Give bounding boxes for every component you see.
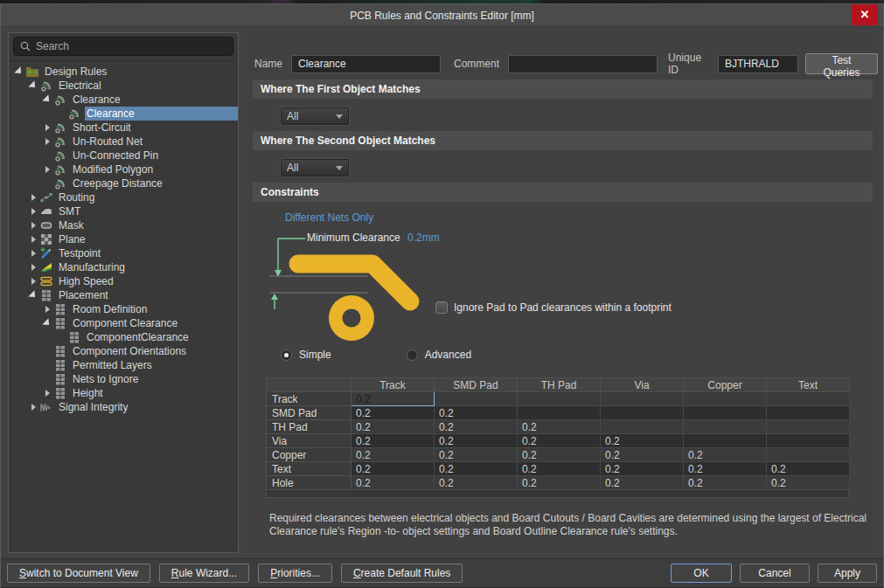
tree-item-electrical[interactable]: Electrical — [9, 79, 238, 93]
matrix-cell[interactable]: 0.2 — [767, 476, 850, 490]
matrix-cell[interactable]: 0.2 — [352, 476, 435, 490]
comment-field[interactable] — [508, 55, 658, 73]
apply-button[interactable]: Apply — [818, 564, 877, 583]
matrix-cell[interactable] — [684, 392, 767, 406]
matrix-cell[interactable]: 0.2 — [435, 420, 518, 434]
matrix-cell[interactable] — [435, 392, 518, 406]
matrix-cell[interactable] — [767, 406, 850, 420]
tree-item-nets-to-ignore[interactable]: Nets to Ignore — [9, 372, 238, 386]
name-field[interactable] — [291, 55, 441, 73]
matrix-cell[interactable]: 0.2 — [518, 462, 601, 476]
tree-item-smt[interactable]: SMT — [9, 204, 238, 218]
tree-item-component-orientations[interactable]: Component Orientations — [9, 344, 238, 358]
matrix-cell[interactable]: 0.2 — [352, 406, 435, 420]
matrix-cell[interactable]: 0.2 — [435, 434, 518, 448]
matrix-cell[interactable]: 0.2 — [601, 434, 684, 448]
expand-arrow[interactable] — [28, 404, 38, 411]
tree-item-clearance[interactable]: Clearance — [9, 93, 238, 107]
tree-item-creepage-distance[interactable]: Creepage Distance — [9, 176, 238, 190]
expand-arrow[interactable] — [28, 291, 38, 300]
tree-item-modified-polygon[interactable]: Modified Polygon — [9, 163, 238, 176]
matrix-cell[interactable] — [684, 420, 767, 434]
expand-arrow[interactable] — [14, 67, 24, 76]
matrix-cell[interactable] — [767, 392, 850, 406]
expand-arrow[interactable] — [42, 138, 52, 145]
ignore-pad-to-pad-checkbox[interactable] — [435, 301, 448, 314]
matrix-cell[interactable] — [601, 406, 684, 420]
matrix-cell[interactable]: 0.2 — [352, 448, 435, 462]
expand-arrow[interactable] — [42, 390, 52, 397]
rule-wizard-button[interactable]: Rule Wizard... — [159, 564, 249, 583]
simple-radio[interactable] — [281, 349, 292, 361]
second-object-dropdown[interactable]: All — [281, 159, 349, 176]
matrix-cell[interactable]: 0.2 — [601, 462, 684, 476]
close-button[interactable]: ✕ — [852, 4, 878, 25]
different-nets-only-setting[interactable]: Different Nets Only — [285, 211, 373, 224]
expand-arrow[interactable] — [28, 222, 38, 229]
matrix-cell[interactable]: 0.2 — [352, 420, 435, 434]
matrix-cell[interactable]: 0.2 — [601, 448, 684, 462]
matrix-cell[interactable]: 0.2 — [435, 406, 518, 420]
matrix-cell[interactable]: 0.2 — [352, 462, 435, 476]
titlebar[interactable]: PCB Rules and Constraints Editor [mm] ✕ — [1, 4, 883, 27]
matrix-cell[interactable] — [767, 420, 850, 434]
tree-item-high-speed[interactable]: High Speed — [9, 274, 238, 288]
expand-arrow[interactable] — [42, 124, 52, 131]
tree-item-short-circuit[interactable]: Short-Circuit — [9, 121, 238, 135]
expand-arrow[interactable] — [42, 95, 52, 104]
cancel-button[interactable]: Cancel — [740, 564, 810, 583]
matrix-cell[interactable] — [601, 392, 684, 406]
matrix-cell[interactable]: 0.2 — [352, 392, 435, 406]
matrix-cell[interactable]: 0.2 — [684, 462, 767, 476]
matrix-cell[interactable]: 0.2 — [518, 420, 601, 434]
matrix-cell[interactable] — [684, 406, 767, 420]
matrix-cell[interactable] — [767, 434, 850, 448]
priorities-button[interactable]: Priorities... — [258, 564, 332, 583]
tree-item-room-definition[interactable]: Room Definition — [9, 302, 238, 316]
matrix-cell[interactable]: 0.2 — [601, 476, 684, 490]
matrix-cell[interactable]: 0.2 — [435, 462, 518, 476]
tree-item-height[interactable]: Height — [9, 386, 238, 400]
expand-arrow[interactable] — [28, 81, 38, 90]
matrix-cell[interactable]: 0.2 — [518, 448, 601, 462]
tree-item-placement[interactable]: Placement — [9, 288, 238, 302]
tree-item-manufacturing[interactable]: Manufacturing — [9, 260, 238, 274]
first-object-dropdown[interactable]: All — [281, 107, 349, 125]
test-queries-button[interactable]: Test Queries — [805, 53, 878, 74]
tree-item-routing[interactable]: Routing — [9, 190, 238, 204]
matrix-cell[interactable]: 0.2 — [767, 462, 850, 476]
tree-item-signal-integrity[interactable]: Signal Integrity — [9, 400, 238, 414]
search-input[interactable] — [36, 40, 226, 52]
matrix-cell[interactable] — [518, 392, 601, 406]
tree-item-clearance[interactable]: Clearance — [9, 107, 238, 121]
tree-item-design-rules[interactable]: Design Rules — [9, 65, 238, 79]
tree-item-un-connected-pin[interactable]: Un-Connected Pin — [9, 149, 238, 163]
tree-item-testpoint[interactable]: Testpoint — [9, 246, 238, 260]
matrix-cell[interactable]: 0.2 — [435, 476, 518, 490]
matrix-cell[interactable]: 0.2 — [352, 434, 435, 448]
expand-arrow[interactable] — [28, 236, 38, 243]
search-box[interactable] — [13, 37, 233, 56]
matrix-cell[interactable]: 0.2 — [518, 476, 601, 490]
expand-arrow[interactable] — [42, 166, 52, 173]
tree-item-mask[interactable]: Mask — [9, 218, 238, 232]
tree-item-plane[interactable]: Plane — [9, 232, 238, 246]
unique-id-field[interactable] — [718, 55, 798, 73]
tree-item-un-routed-net[interactable]: Un-Routed Net — [9, 135, 238, 149]
expand-arrow[interactable] — [28, 208, 38, 215]
switch-to-document-view-button[interactable]: Switch to Document View — [7, 564, 150, 583]
tree-item-componentclearance[interactable]: ComponentClearance — [9, 330, 238, 344]
ok-button[interactable]: OK — [671, 564, 732, 583]
matrix-cell[interactable] — [684, 434, 767, 448]
matrix-cell[interactable]: 0.2 — [435, 448, 518, 462]
create-default-rules-button[interactable]: Create Default Rules — [341, 564, 463, 583]
tree-item-component-clearance[interactable]: Component Clearance — [9, 316, 238, 330]
matrix-cell[interactable]: 0.2 — [518, 434, 601, 448]
expand-arrow[interactable] — [28, 264, 38, 271]
expand-arrow[interactable] — [28, 278, 38, 285]
matrix-cell[interactable] — [767, 448, 850, 462]
matrix-cell[interactable] — [518, 406, 601, 420]
tree-item-permitted-layers[interactable]: Permitted Layers — [9, 358, 238, 372]
expand-arrow[interactable] — [42, 306, 52, 313]
matrix-cell[interactable] — [601, 420, 684, 434]
